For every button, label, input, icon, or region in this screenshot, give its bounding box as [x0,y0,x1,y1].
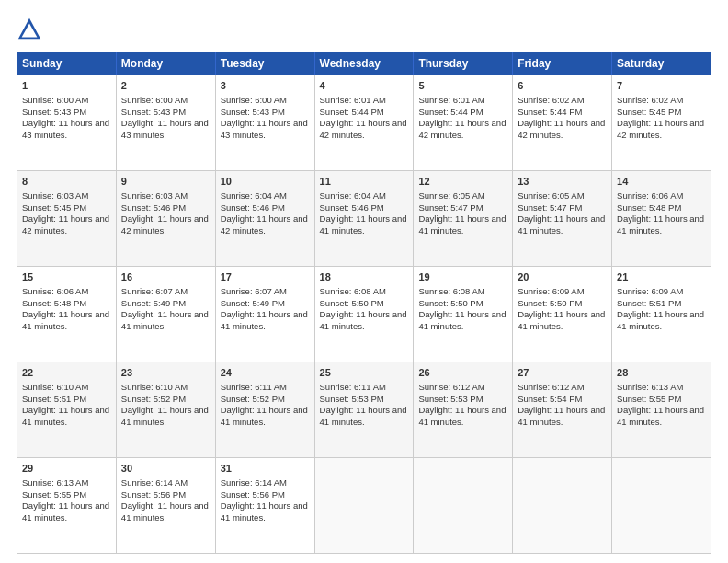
sunrise-label: Sunrise: 6:08 AM [418,286,484,296]
daylight-label: Daylight: 11 hours and 41 minutes. [320,309,407,331]
sunset-label: Sunset: 5:52 PM [121,394,186,404]
sunset-label: Sunset: 5:51 PM [22,394,86,404]
day-number: 21 [617,270,706,284]
daylight-label: Daylight: 11 hours and 43 minutes. [121,118,209,140]
calendar-cell: 22Sunrise: 6:10 AMSunset: 5:51 PMDayligh… [17,362,117,458]
sunrise-label: Sunrise: 6:12 AM [518,382,584,392]
sunset-label: Sunset: 5:50 PM [320,298,384,308]
day-number: 7 [617,79,706,93]
sunrise-label: Sunrise: 6:10 AM [22,382,88,392]
daylight-label: Daylight: 11 hours and 42 minutes. [320,118,407,140]
day-header-thursday: Thursday [414,52,513,75]
calendar-cell: 19Sunrise: 6:08 AMSunset: 5:50 PMDayligh… [414,267,513,362]
calendar-cell: 21Sunrise: 6:09 AMSunset: 5:51 PMDayligh… [612,267,711,362]
sunrise-label: Sunrise: 6:01 AM [320,95,386,105]
page: SundayMondayTuesdayWednesdayThursdayFrid… [0,0,728,563]
sunset-label: Sunset: 5:47 PM [418,202,483,213]
sunrise-label: Sunrise: 6:02 AM [617,95,683,105]
sunrise-label: Sunrise: 6:13 AM [617,382,683,392]
sunrise-label: Sunrise: 6:13 AM [22,477,88,488]
daylight-label: Daylight: 11 hours and 41 minutes. [617,213,704,236]
sunrise-label: Sunrise: 6:09 AM [518,286,584,296]
calendar-cell: 5Sunrise: 6:01 AMSunset: 5:44 PMDaylight… [414,75,513,171]
daylight-label: Daylight: 11 hours and 41 minutes. [121,309,209,331]
day-header-tuesday: Tuesday [215,52,314,75]
logo-icon [17,17,42,42]
sunset-label: Sunset: 5:44 PM [418,107,483,117]
daylight-label: Daylight: 11 hours and 41 minutes. [121,500,209,523]
sunset-label: Sunset: 5:50 PM [418,298,483,308]
sunrise-label: Sunrise: 6:14 AM [121,477,188,488]
daylight-label: Daylight: 11 hours and 42 minutes. [418,118,506,140]
day-number: 26 [418,366,507,380]
sunset-label: Sunset: 5:46 PM [320,202,384,213]
calendar-week-5: 29Sunrise: 6:13 AMSunset: 5:55 PMDayligh… [17,458,711,554]
sunrise-label: Sunrise: 6:12 AM [418,382,484,392]
calendar-cell: 25Sunrise: 6:11 AMSunset: 5:53 PMDayligh… [314,362,414,458]
sunrise-label: Sunrise: 6:10 AM [121,382,188,392]
day-number: 1 [22,79,111,93]
calendar-week-3: 15Sunrise: 6:06 AMSunset: 5:48 PMDayligh… [17,267,711,362]
calendar-week-1: 1Sunrise: 6:00 AMSunset: 5:43 PMDaylight… [17,75,711,171]
sunrise-label: Sunrise: 6:01 AM [418,95,484,105]
sunset-label: Sunset: 5:53 PM [320,394,384,404]
day-header-monday: Monday [116,52,215,75]
calendar-cell: 17Sunrise: 6:07 AMSunset: 5:49 PMDayligh… [215,267,314,362]
calendar-cell [513,458,612,554]
calendar-cell: 2Sunrise: 6:00 AMSunset: 5:43 PMDaylight… [116,75,215,171]
day-number: 17 [221,270,310,284]
day-number: 11 [320,175,409,189]
calendar-cell: 12Sunrise: 6:05 AMSunset: 5:47 PMDayligh… [414,171,513,267]
daylight-label: Daylight: 11 hours and 41 minutes. [221,405,308,427]
day-header-friday: Friday [513,52,612,75]
daylight-label: Daylight: 11 hours and 43 minutes. [221,118,308,140]
sunset-label: Sunset: 5:51 PM [617,298,681,308]
day-number: 13 [518,175,607,189]
sunrise-label: Sunrise: 6:14 AM [221,477,287,488]
sunrise-label: Sunrise: 6:05 AM [518,190,584,201]
sunset-label: Sunset: 5:54 PM [518,394,582,404]
calendar-cell: 20Sunrise: 6:09 AMSunset: 5:50 PMDayligh… [513,267,612,362]
sunset-label: Sunset: 5:52 PM [221,394,285,404]
daylight-label: Daylight: 11 hours and 41 minutes. [22,405,109,427]
sunset-label: Sunset: 5:56 PM [121,489,186,500]
sunset-label: Sunset: 5:47 PM [518,202,582,213]
calendar-cell: 7Sunrise: 6:02 AMSunset: 5:45 PMDaylight… [612,75,711,171]
sunset-label: Sunset: 5:46 PM [221,202,285,213]
daylight-label: Daylight: 11 hours and 41 minutes. [221,500,308,523]
calendar-cell: 11Sunrise: 6:04 AMSunset: 5:46 PMDayligh… [314,171,414,267]
day-number: 4 [320,79,409,93]
calendar-cell: 4Sunrise: 6:01 AMSunset: 5:44 PMDaylight… [314,75,414,171]
calendar-cell: 18Sunrise: 6:08 AMSunset: 5:50 PMDayligh… [314,267,414,362]
sunset-label: Sunset: 5:45 PM [617,107,681,117]
day-number: 12 [418,175,507,189]
sunrise-label: Sunrise: 6:00 AM [221,95,287,105]
sunset-label: Sunset: 5:46 PM [121,202,186,213]
calendar: SundayMondayTuesdayWednesdayThursdayFrid… [17,52,711,554]
daylight-label: Daylight: 11 hours and 41 minutes. [518,405,605,427]
sunset-label: Sunset: 5:53 PM [418,394,483,404]
sunrise-label: Sunrise: 6:09 AM [617,286,683,296]
day-header-wednesday: Wednesday [314,52,414,75]
calendar-cell: 13Sunrise: 6:05 AMSunset: 5:47 PMDayligh… [513,171,612,267]
calendar-cell: 3Sunrise: 6:00 AMSunset: 5:43 PMDaylight… [215,75,314,171]
day-number: 5 [418,79,507,93]
calendar-cell: 6Sunrise: 6:02 AMSunset: 5:44 PMDaylight… [513,75,612,171]
sunset-label: Sunset: 5:43 PM [121,107,186,117]
daylight-label: Daylight: 11 hours and 42 minutes. [518,118,605,140]
sunset-label: Sunset: 5:43 PM [22,107,86,117]
sunrise-label: Sunrise: 6:05 AM [418,190,484,201]
daylight-label: Daylight: 11 hours and 41 minutes. [518,213,605,236]
day-number: 18 [320,270,409,284]
day-number: 20 [518,270,607,284]
daylight-label: Daylight: 11 hours and 41 minutes. [320,405,407,427]
calendar-cell: 14Sunrise: 6:06 AMSunset: 5:48 PMDayligh… [612,171,711,267]
daylight-label: Daylight: 11 hours and 41 minutes. [22,500,109,523]
sunrise-label: Sunrise: 6:11 AM [221,382,287,392]
calendar-cell: 31Sunrise: 6:14 AMSunset: 5:56 PMDayligh… [215,458,314,554]
day-number: 23 [121,366,210,380]
calendar-cell: 8Sunrise: 6:03 AMSunset: 5:45 PMDaylight… [17,171,117,267]
sunrise-label: Sunrise: 6:11 AM [320,382,386,392]
daylight-label: Daylight: 11 hours and 42 minutes. [22,213,109,236]
daylight-label: Daylight: 11 hours and 41 minutes. [121,405,209,427]
